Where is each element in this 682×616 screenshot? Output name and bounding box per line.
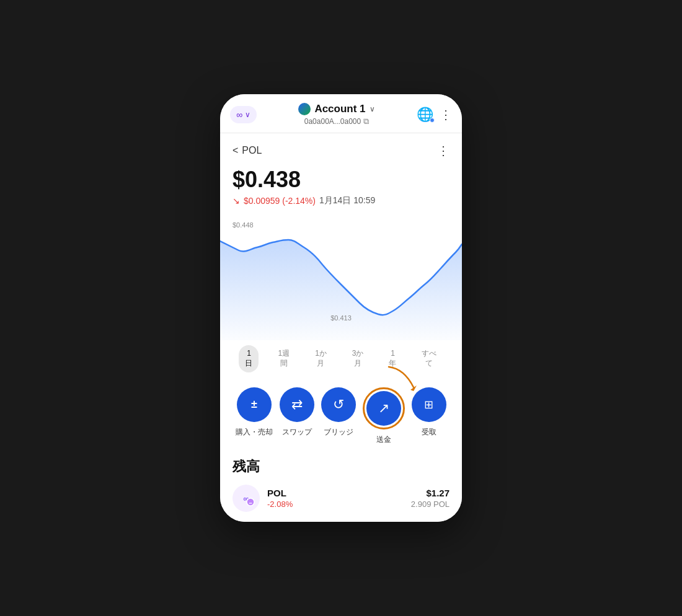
address-row: 0a0a00A...0a000 ⧉ <box>304 117 369 126</box>
change-amount: $0.00959 (-2.14%) <box>244 196 316 206</box>
header-right: 🌐 ⋮ <box>417 107 452 123</box>
balance-token-name: POL <box>267 488 404 498</box>
pol-more-button[interactable]: ⋮ <box>437 143 450 158</box>
main-content: < POL ⋮ $0.438 ↘ $0.00959 (-2.14%) 1月14日… <box>220 133 462 521</box>
app-header: ∞ ∨ Account 1 ∨ 0a0a00A...0a000 ⧉ 🌐 ⋮ <box>220 94 462 133</box>
balance-token-amount: 2.909 POL <box>411 499 450 509</box>
price-change: ↘ $0.00959 (-2.14%) 1月14日 10:59 <box>232 195 450 206</box>
send-label: 送金 <box>376 434 391 445</box>
balance-item-pol: ∞ ∞ POL -2.08% $1.27 2.909 POL <box>232 485 450 512</box>
more-options-button[interactable]: ⋮ <box>440 107 452 122</box>
price-section: $0.438 ↘ $0.00959 (-2.14%) 1月14日 10:59 <box>232 164 450 211</box>
dots-icon: ∨ <box>245 110 250 119</box>
change-arrow-icon: ↘ <box>232 196 240 206</box>
send-button[interactable]: ↗ <box>366 391 401 426</box>
tab-1day[interactable]: 1日 <box>239 345 259 372</box>
link-icon: ∞ <box>236 110 242 120</box>
account-row: Account 1 ∨ <box>298 103 374 115</box>
swap-button[interactable]: ⇄ <box>280 387 314 422</box>
pol-back-button[interactable]: < POL <box>232 145 262 156</box>
chevron-down-icon[interactable]: ∨ <box>370 105 375 113</box>
pol-title: POL <box>242 145 262 156</box>
price-chart: $0.448 $0.413 <box>220 216 462 340</box>
balance-values: $1.27 2.909 POL <box>411 488 450 509</box>
balance-section: 残高 ∞ ∞ POL -2.08% <box>232 457 450 522</box>
network-dot <box>430 118 435 123</box>
account-avatar <box>298 103 311 115</box>
send-highlight-ring: ↗ <box>363 387 405 429</box>
receive-button[interactable]: ⊞ <box>412 387 446 422</box>
action-swap: ⇄ スワップ <box>280 387 314 438</box>
action-send: ↗ 送金 <box>363 387 405 445</box>
tab-all[interactable]: すべて <box>415 345 443 372</box>
buy-sell-button[interactable]: ± <box>237 387 272 422</box>
swap-label: スワップ <box>282 427 312 438</box>
arrow-annotation <box>386 364 420 392</box>
pol-logo: ∞ ∞ <box>232 485 260 512</box>
balance-token-info: POL -2.08% <box>267 488 404 509</box>
tab-1week[interactable]: 1週間 <box>272 345 296 372</box>
buy-sell-label: 購入・売却 <box>236 427 273 438</box>
tab-3month[interactable]: 3か月 <box>346 345 370 372</box>
action-bridge: ↺ ブリッジ <box>321 387 356 438</box>
wallet-address: 0a0a00A...0a000 <box>304 117 361 126</box>
back-account-button[interactable]: ∞ ∨ <box>230 106 257 123</box>
receive-label: 受取 <box>422 427 436 438</box>
pol-header: < POL ⋮ <box>232 133 450 164</box>
pol-logo-inner: ∞ ∞ <box>232 485 260 512</box>
change-date: 1月14日 10:59 <box>319 195 375 206</box>
balance-change: -2.08% <box>267 499 404 509</box>
header-center: Account 1 ∨ 0a0a00A...0a000 ⧉ <box>298 103 374 126</box>
pol-token-icon: ∞ ∞ <box>237 490 255 507</box>
svg-text:±: ± <box>251 398 257 410</box>
chart-low-label: $0.413 <box>330 314 352 322</box>
phone-shell: ∞ ∨ Account 1 ∨ 0a0a00A...0a000 ⧉ 🌐 ⋮ <box>220 94 462 521</box>
chart-high-label: $0.448 <box>232 221 254 229</box>
price-value: $0.438 <box>232 167 450 193</box>
account-name: Account 1 <box>314 103 365 115</box>
balance-title: 残高 <box>232 457 450 476</box>
network-button[interactable]: 🌐 <box>417 107 433 123</box>
copy-icon[interactable]: ⧉ <box>363 117 369 126</box>
bridge-button[interactable]: ↺ <box>321 387 356 422</box>
svg-text:∞: ∞ <box>249 501 252 505</box>
balance-usd: $1.27 <box>411 488 450 498</box>
action-buy-sell: ± 購入・売却 <box>236 387 273 438</box>
tab-1month[interactable]: 1か月 <box>309 345 333 372</box>
action-receive: ⊞ 受取 <box>412 387 446 438</box>
bridge-label: ブリッジ <box>324 427 353 438</box>
chart-svg <box>220 216 462 340</box>
action-buttons: ± 購入・売却 ⇄ スワップ ↺ ブリッジ ↗ <box>232 382 450 457</box>
back-arrow-icon: < <box>232 145 238 156</box>
header-left: ∞ ∨ <box>230 106 257 123</box>
